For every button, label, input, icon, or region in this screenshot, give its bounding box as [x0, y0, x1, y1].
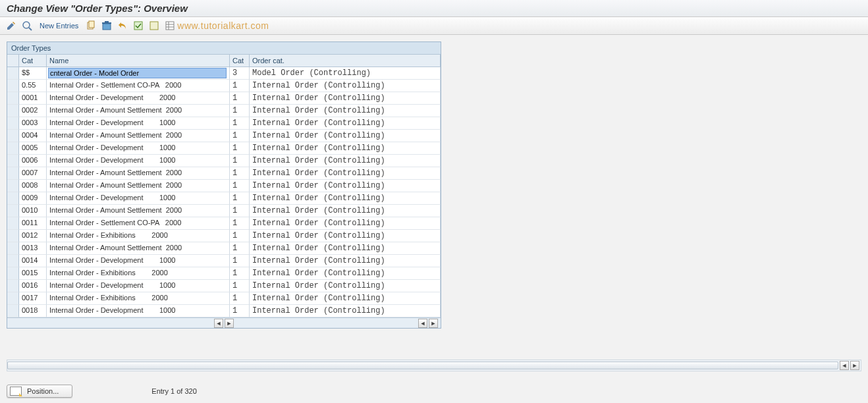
- cell-name[interactable]: Internal Order - Amount Settlement 2000: [47, 180, 230, 192]
- cell-cat1[interactable]: 0008: [19, 180, 47, 192]
- cell-cat2: 1: [230, 155, 250, 167]
- col-cat2[interactable]: Cat: [230, 55, 250, 67]
- row-selector[interactable]: [7, 280, 19, 292]
- new-entries-button[interactable]: New Entries: [37, 20, 81, 31]
- cell-cat1[interactable]: 0009: [19, 192, 47, 205]
- cell-name[interactable]: Internal Order - Development 1000: [47, 305, 230, 317]
- name-input[interactable]: [48, 68, 227, 78]
- cell-cat1[interactable]: 0001: [19, 92, 47, 105]
- cell-cat2: 1: [230, 167, 250, 180]
- cell-cat1[interactable]: 0013: [19, 242, 47, 255]
- cell-name[interactable]: [47, 67, 230, 80]
- row-selector[interactable]: [7, 142, 19, 155]
- cell-name[interactable]: Internal Order - Amount Settlement 2000: [47, 130, 230, 142]
- row-selector[interactable]: [7, 305, 19, 317]
- row-selector[interactable]: [7, 192, 19, 205]
- cell-order-cat: Internal Order (Controlling): [250, 242, 441, 255]
- cell-name[interactable]: Internal Order - Settlement CO-PA 2000: [47, 80, 230, 92]
- svg-rect-3: [89, 21, 94, 28]
- cell-name[interactable]: Internal Order - Amount Settlement 2000: [47, 205, 230, 217]
- cell-order-cat: Internal Order (Controlling): [250, 205, 441, 217]
- copy-icon[interactable]: [85, 20, 97, 32]
- col-selector[interactable]: [7, 55, 19, 67]
- cell-name[interactable]: Internal Order - Amount Settlement 2000: [47, 167, 230, 180]
- row-selector[interactable]: [7, 205, 19, 217]
- row-selector[interactable]: [7, 292, 19, 305]
- scroll-left-end-icon[interactable]: ◄: [418, 319, 427, 328]
- window-scroll-right-icon[interactable]: ►: [850, 361, 859, 370]
- cell-name[interactable]: Internal Order - Amount Settlement 2000: [47, 242, 230, 255]
- cell-name[interactable]: Internal Order - Development 2000: [47, 92, 230, 105]
- cell-name[interactable]: Internal Order - Amount Settlement 2000: [47, 105, 230, 117]
- cell-name[interactable]: Internal Order - Settlement CO-PA 2000: [47, 217, 230, 230]
- cell-cat1[interactable]: 0007: [19, 167, 47, 180]
- cell-name[interactable]: Internal Order - Exhibitions 2000: [47, 292, 230, 305]
- cell-cat1[interactable]: 0014: [19, 255, 47, 267]
- cell-cat1[interactable]: 0016: [19, 280, 47, 292]
- cell-cat1[interactable]: 0006: [19, 155, 47, 167]
- cell-cat1[interactable]: $$: [19, 67, 47, 80]
- cell-order-cat: Internal Order (Controlling): [250, 142, 441, 155]
- col-name[interactable]: Name: [47, 55, 230, 67]
- svg-point-0: [23, 22, 30, 28]
- deselect-all-icon[interactable]: [148, 20, 160, 32]
- row-selector[interactable]: [7, 230, 19, 242]
- row-selector[interactable]: [7, 255, 19, 267]
- row-selector[interactable]: [7, 92, 19, 105]
- cell-name[interactable]: Internal Order - Exhibitions 2000: [47, 267, 230, 280]
- cell-cat1[interactable]: 0012: [19, 230, 47, 242]
- cell-cat1[interactable]: 0017: [19, 292, 47, 305]
- cell-cat1[interactable]: 0015: [19, 267, 47, 280]
- cell-cat1[interactable]: 0010: [19, 205, 47, 217]
- col-order-cat[interactable]: Order cat.: [250, 55, 441, 67]
- row-selector[interactable]: [7, 167, 19, 180]
- toggle-change-icon[interactable]: [5, 20, 17, 32]
- footer-bar: Position... Entry 1 of 320: [7, 385, 197, 398]
- window-horizontal-scrollbar[interactable]: ◄ ►: [7, 360, 861, 371]
- cell-name[interactable]: Internal Order - Development 1000: [47, 117, 230, 130]
- cell-cat2: 1: [230, 267, 250, 280]
- cell-cat1[interactable]: 0002: [19, 105, 47, 117]
- scroll-left-icon[interactable]: ◄: [214, 319, 223, 328]
- row-selector[interactable]: [7, 117, 19, 130]
- order-types-panel: Order Types Cat Name Cat Order cat. $$3M…: [7, 41, 441, 329]
- window-scroll-left-icon[interactable]: ◄: [840, 361, 849, 370]
- row-selector[interactable]: [7, 130, 19, 142]
- panel-title: Order Types: [7, 42, 441, 55]
- cell-order-cat: Internal Order (Controlling): [250, 217, 441, 230]
- row-selector[interactable]: [7, 180, 19, 192]
- cell-cat1[interactable]: 0004: [19, 130, 47, 142]
- row-selector[interactable]: [7, 105, 19, 117]
- cell-cat2: 1: [230, 80, 250, 92]
- col-cat1[interactable]: Cat: [19, 55, 47, 67]
- row-selector[interactable]: [7, 242, 19, 255]
- cell-cat1[interactable]: 0.55: [19, 80, 47, 92]
- cell-name[interactable]: Internal Order - Development 1000: [47, 255, 230, 267]
- cell-cat2: 1: [230, 205, 250, 217]
- row-selector[interactable]: [7, 67, 19, 80]
- cell-order-cat: Model Order (Controlling): [250, 67, 441, 80]
- scroll-right-icon[interactable]: ►: [225, 319, 234, 328]
- row-selector[interactable]: [7, 217, 19, 230]
- cell-name[interactable]: Internal Order - Development 1000: [47, 280, 230, 292]
- cell-cat2: 1: [230, 142, 250, 155]
- delete-icon[interactable]: [101, 20, 113, 32]
- undo-icon[interactable]: [117, 20, 128, 32]
- details-icon[interactable]: [21, 20, 33, 32]
- cell-cat2: 1: [230, 292, 250, 305]
- position-button[interactable]: Position...: [7, 385, 72, 398]
- scroll-right-end-icon[interactable]: ►: [429, 319, 438, 328]
- cell-cat1[interactable]: 0011: [19, 217, 47, 230]
- cell-cat1[interactable]: 0003: [19, 117, 47, 130]
- print-icon[interactable]: [164, 20, 176, 32]
- row-selector[interactable]: [7, 267, 19, 280]
- cell-name[interactable]: Internal Order - Development 1000: [47, 155, 230, 167]
- select-all-icon[interactable]: [132, 20, 144, 32]
- cell-name[interactable]: Internal Order - Development 1000: [47, 142, 230, 155]
- cell-name[interactable]: Internal Order - Exhibitions 2000: [47, 230, 230, 242]
- row-selector[interactable]: [7, 155, 19, 167]
- cell-cat1[interactable]: 0018: [19, 305, 47, 317]
- row-selector[interactable]: [7, 80, 19, 92]
- cell-cat1[interactable]: 0005: [19, 142, 47, 155]
- cell-name[interactable]: Internal Order - Development 1000: [47, 192, 230, 205]
